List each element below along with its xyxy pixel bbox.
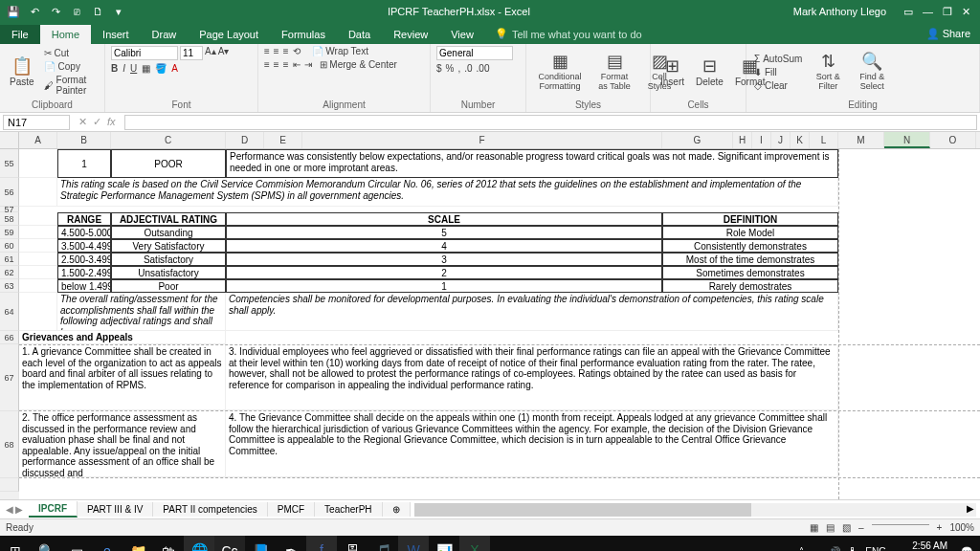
align-left-icon[interactable]: ≡ xyxy=(264,59,270,70)
font-color-icon[interactable]: A xyxy=(171,63,178,74)
fill-button[interactable]: ⬇Fill xyxy=(752,66,804,78)
col-D[interactable]: D xyxy=(226,132,264,148)
minimize-icon[interactable]: — xyxy=(923,6,933,18)
redo-icon[interactable]: ↷ xyxy=(48,6,63,18)
conditional-formatting-button[interactable]: ▦Conditional Formatting xyxy=(532,51,588,93)
table-row[interactable]: 3 xyxy=(226,253,662,266)
tab-pagelayout[interactable]: Page Layout xyxy=(188,25,270,44)
fill-color-icon[interactable]: 🪣 xyxy=(155,63,167,74)
taskbar-facebook[interactable]: f xyxy=(306,536,337,551)
bold-button[interactable]: B xyxy=(111,63,118,74)
cell-poor-label[interactable]: POOR xyxy=(111,149,226,178)
border-icon[interactable]: ▦ xyxy=(142,63,150,74)
select-all[interactable] xyxy=(0,132,19,148)
tray-network-icon[interactable]: 🖧 xyxy=(848,546,858,552)
insert-button[interactable]: ⊞Insert xyxy=(657,55,688,89)
cut-button[interactable]: ✂Cut xyxy=(42,47,99,59)
indent-increase-icon[interactable]: ⇥ xyxy=(304,59,312,70)
sheet-part34[interactable]: PART III & IV xyxy=(78,502,153,517)
view-page-icon[interactable]: ▤ xyxy=(826,522,835,533)
horizontal-scrollbar[interactable]: ◀▶ xyxy=(414,503,976,517)
col-K[interactable]: K xyxy=(791,132,810,148)
close-icon[interactable]: ✕ xyxy=(962,6,970,18)
tray-lang[interactable]: ENG xyxy=(865,546,886,552)
table-row[interactable]: 4 xyxy=(226,239,662,253)
decrease-font-icon[interactable]: A▾ xyxy=(218,46,230,60)
taskbar-edge[interactable]: e xyxy=(92,536,122,551)
col-L[interactable]: L xyxy=(810,132,838,148)
row-56[interactable]: 56 xyxy=(0,178,19,207)
table-row[interactable]: Most of the time demonstrates xyxy=(662,253,838,266)
row-60[interactable]: 60 xyxy=(0,239,19,253)
table-row[interactable]: Unsatisfactory xyxy=(111,266,226,279)
number-format-input[interactable] xyxy=(436,46,513,60)
taskbar-cc[interactable]: Cc xyxy=(214,536,245,551)
col-C[interactable]: C xyxy=(111,132,226,148)
align-middle-icon[interactable]: ≡ xyxy=(274,46,279,56)
sheet-teacherph[interactable]: TeacherPH xyxy=(315,502,382,517)
tray-clock[interactable]: 2:56 AM 30/03/2016 xyxy=(894,540,953,551)
col-O[interactable]: O xyxy=(930,132,976,148)
undo-icon[interactable]: ↶ xyxy=(27,6,42,18)
grievances-title[interactable]: Grievances and Appeals xyxy=(19,331,226,344)
zoom-out-icon[interactable]: – xyxy=(858,522,864,533)
tab-draw[interactable]: Draw xyxy=(141,25,189,44)
taskbar-app2[interactable]: ✒ xyxy=(276,536,306,551)
zoom-level[interactable]: 100% xyxy=(949,522,974,533)
sheet-pmcf[interactable]: PMCF xyxy=(268,502,315,517)
taskbar-app4[interactable]: 🎵 xyxy=(368,536,398,551)
cell-g3[interactable]: 3. Individual employees who feel aggriev… xyxy=(226,345,838,410)
font-size-input[interactable] xyxy=(180,46,203,60)
table-row[interactable]: 5 xyxy=(226,226,662,239)
table-row[interactable]: Satisfactory xyxy=(111,253,226,266)
hdr-range[interactable]: RANGE xyxy=(57,212,111,226)
tab-insert[interactable]: Insert xyxy=(91,25,141,44)
row-69[interactable] xyxy=(0,478,19,492)
merge-center-button[interactable]: ⊞ Merge & Center xyxy=(320,59,397,70)
cell-poor-desc[interactable]: Performance was consistently below expec… xyxy=(226,149,838,178)
table-row[interactable]: Very Satisfactory xyxy=(111,239,226,253)
ribbon-options-icon[interactable]: ▭ xyxy=(903,6,913,18)
table-row[interactable]: 1.500-2.499 xyxy=(57,266,111,279)
cell-comp-note[interactable]: Competencies shall be monitored for deve… xyxy=(226,293,838,331)
row-59[interactable]: 59 xyxy=(0,226,19,239)
fx-icon[interactable]: fx xyxy=(107,116,116,128)
cells[interactable]: 1 POOR Performance was consistently belo… xyxy=(19,149,980,499)
view-break-icon[interactable]: ▧ xyxy=(842,522,851,533)
tab-review[interactable]: Review xyxy=(382,25,439,44)
col-H[interactable]: H xyxy=(733,132,752,148)
find-select-button[interactable]: 🔍Find & Select xyxy=(852,51,892,93)
tab-view[interactable]: View xyxy=(439,25,485,44)
col-G[interactable]: G xyxy=(662,132,733,148)
increase-decimal-icon[interactable]: .0 xyxy=(464,63,472,74)
print-preview-icon[interactable]: 🗋 xyxy=(90,6,105,17)
tray-notifications-icon[interactable]: 💬 xyxy=(961,546,972,552)
hdr-adj[interactable]: ADJECTIVAL RATING xyxy=(111,212,226,226)
table-row[interactable]: 2 xyxy=(226,266,662,279)
sort-filter-button[interactable]: ⇅Sort & Filter xyxy=(808,51,848,93)
formula-input[interactable] xyxy=(124,115,977,130)
underline-button[interactable]: U xyxy=(130,63,137,74)
comma-icon[interactable]: , xyxy=(457,63,460,74)
tray-up-icon[interactable]: ˄ xyxy=(799,546,804,552)
taskbar-excel[interactable]: X xyxy=(459,536,490,551)
cell-scale-note[interactable]: This rating scale is based on the Civil … xyxy=(57,178,838,207)
taskbar-store[interactable]: 🛍 xyxy=(153,536,184,551)
col-N[interactable]: N xyxy=(884,132,930,148)
table-row[interactable]: 1 xyxy=(226,279,662,293)
enter-icon[interactable]: ✓ xyxy=(93,116,101,128)
percent-icon[interactable]: % xyxy=(446,63,455,74)
table-row[interactable]: 4.500-5.000 xyxy=(57,226,111,239)
next-sheet-icon[interactable]: ▶ xyxy=(15,504,23,515)
table-row[interactable]: Poor xyxy=(111,279,226,293)
col-B[interactable]: B xyxy=(57,132,111,148)
clear-button[interactable]: ◇Clear xyxy=(752,79,804,92)
cell-g2[interactable]: 2. The office performance assessment as … xyxy=(19,411,226,477)
row-62[interactable]: 62 xyxy=(0,266,19,279)
row-67[interactable]: 67 xyxy=(0,344,19,411)
start-button[interactable]: ⊞ xyxy=(0,536,31,551)
maximize-icon[interactable]: ❐ xyxy=(943,6,952,18)
currency-icon[interactable]: $ xyxy=(436,63,442,74)
italic-button[interactable]: I xyxy=(122,63,125,74)
save-icon[interactable]: 💾 xyxy=(6,6,21,18)
